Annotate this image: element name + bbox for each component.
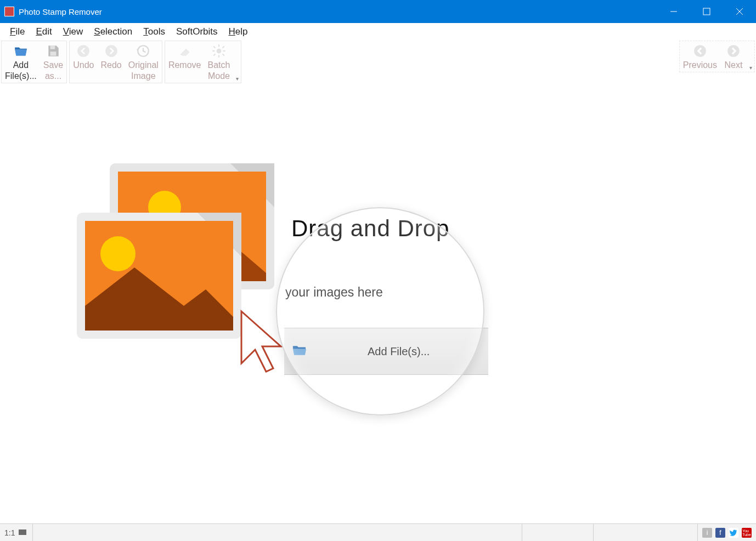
svg-point-9 (217, 49, 222, 54)
svg-point-6 (78, 45, 90, 57)
menu-softorbits[interactable]: SoftOrbits (171, 24, 223, 39)
window-title: Photo Stamp Remover (19, 7, 102, 16)
arrow-right-circle-icon (726, 43, 741, 59)
canvas-area[interactable]: Drag and Drop your images here Add File(… (0, 92, 756, 541)
toolbar-group-edit: Undo Redo Original Image (69, 41, 162, 83)
eraser-icon (177, 43, 193, 59)
previous-button[interactable]: Previous (680, 41, 720, 72)
menu-tools[interactable]: Tools (138, 24, 171, 39)
menu-file[interactable]: File (4, 24, 30, 39)
folder-open-icon (13, 43, 29, 59)
status-empty-2 (522, 524, 594, 541)
batch-mode-button[interactable]: Batch Mode (204, 41, 233, 83)
next-button[interactable]: Next (720, 41, 747, 72)
toolbar-group-nav: Previous Next ▾ (679, 41, 755, 72)
redo-button[interactable]: Redo (98, 41, 125, 83)
status-empty-1 (33, 524, 522, 541)
menu-edit[interactable]: Edit (30, 24, 57, 39)
svg-rect-17 (213, 54, 216, 56)
magnifier-overlay (276, 207, 484, 415)
redo-arrow-icon (104, 43, 119, 59)
svg-point-18 (694, 45, 706, 57)
toolbar-group-action: Remove Batch Mode ▾ (165, 41, 242, 83)
close-icon (736, 8, 743, 15)
svg-rect-14 (213, 46, 216, 49)
maximize-icon (703, 8, 710, 15)
original-image-button[interactable]: Original Image (125, 41, 162, 83)
minimize-icon (670, 8, 678, 15)
svg-rect-5 (50, 52, 57, 56)
undo-arrow-icon (76, 43, 91, 59)
title-bar: Photo Stamp Remover (0, 0, 756, 23)
svg-rect-12 (212, 50, 215, 52)
youtube-icon[interactable]: YouTube (742, 528, 752, 538)
gear-icon (211, 43, 227, 59)
menu-bar: File Edit View Selection Tools SoftOrbit… (0, 23, 756, 41)
menu-view[interactable]: View (58, 24, 89, 39)
menu-selection[interactable]: Selection (88, 24, 138, 39)
toolbar: Add File(s)... Save as... Undo Redo (0, 41, 756, 92)
svg-point-19 (727, 45, 740, 57)
svg-rect-10 (218, 44, 219, 47)
svg-point-25 (100, 236, 136, 271)
menu-help[interactable]: Help (223, 24, 253, 39)
save-as-button[interactable]: Save as... (40, 41, 66, 83)
floppy-icon (46, 43, 61, 59)
arrow-left-circle-icon (692, 43, 708, 59)
status-social: i f YouTube (698, 524, 756, 541)
maximize-button[interactable] (690, 0, 723, 23)
close-button[interactable] (723, 0, 756, 23)
history-clock-icon (136, 43, 151, 59)
undo-button[interactable]: Undo (70, 41, 97, 83)
svg-rect-26 (19, 529, 26, 535)
svg-rect-4 (50, 45, 55, 49)
svg-rect-1 (703, 8, 710, 15)
toolbar-overflow-left[interactable]: ▾ (233, 76, 241, 83)
minimize-button[interactable] (657, 0, 690, 23)
svg-point-7 (105, 45, 117, 57)
fit-screen-icon (18, 528, 27, 537)
remove-button[interactable]: Remove (165, 41, 205, 83)
svg-rect-15 (222, 54, 225, 56)
app-icon (4, 7, 14, 16)
status-zoom[interactable]: 1:1 (0, 524, 33, 541)
svg-rect-16 (222, 46, 225, 49)
twitter-icon[interactable] (729, 528, 738, 538)
toolbar-overflow-right[interactable]: ▾ (747, 65, 754, 72)
add-files-button[interactable]: Add File(s)... (2, 41, 40, 83)
status-empty-3 (594, 524, 698, 541)
facebook-icon[interactable]: f (715, 528, 725, 538)
status-bar: 1:1 i f YouTube (0, 523, 756, 541)
svg-rect-11 (218, 55, 219, 58)
toolbar-group-file: Add File(s)... Save as... (1, 41, 67, 83)
info-icon[interactable]: i (702, 528, 712, 538)
svg-rect-13 (223, 50, 225, 52)
